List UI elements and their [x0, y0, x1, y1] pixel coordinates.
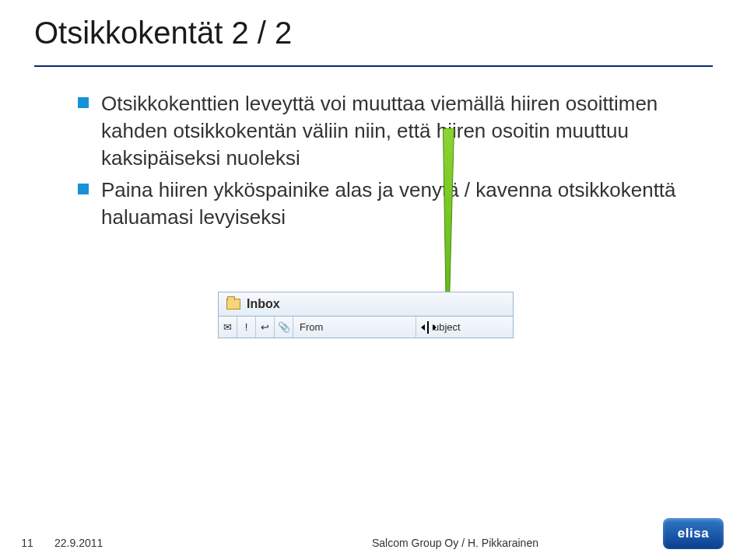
col-attachment-icon[interactable]: 📎 [275, 317, 293, 338]
footer-credits: Salcom Group Oy / H. Pikkarainen [163, 537, 747, 549]
bullet-marker-icon [78, 184, 89, 194]
bullet-item: Otsikkokenttien leveyttä voi muuttaa vie… [78, 90, 685, 172]
bullet-text: Paina hiiren ykköspainike alas ja venytä… [101, 177, 685, 231]
col-subject[interactable]: ubject [416, 317, 513, 338]
inbox-label: Inbox [247, 297, 280, 311]
elisa-logo: elisa [663, 518, 724, 549]
footer: 11 22.9.2011 Salcom Group Oy / H. Pikkar… [0, 537, 747, 549]
col-flag-icon[interactable]: ! [237, 317, 256, 338]
content-area: Otsikkokenttien leveyttä voi muuttaa vie… [78, 90, 685, 236]
slide: Otsikkokentät 2 / 2 Otsikkokenttien leve… [0, 0, 747, 560]
inbox-titlebar: Inbox [218, 292, 514, 317]
footer-date: 22.9.2011 [54, 537, 163, 549]
folder-icon [226, 299, 240, 310]
inbox-screenshot: Inbox ✉ ! ↩ 📎 From ubject [218, 292, 514, 338]
bullet-text: Otsikkokenttien leveyttä voi muuttaa vie… [101, 90, 685, 172]
resize-cursor-icon [423, 321, 435, 334]
col-envelope-icon[interactable]: ✉ [219, 317, 237, 338]
bullet-item: Paina hiiren ykköspainike alas ja venytä… [78, 177, 685, 231]
col-reply-icon[interactable]: ↩ [256, 317, 275, 338]
bullet-marker-icon [78, 97, 89, 108]
slide-title: Otsikkokentät 2 / 2 [34, 16, 292, 51]
col-from[interactable]: From [293, 317, 416, 338]
title-underline [34, 65, 713, 67]
column-headers: ✉ ! ↩ 📎 From ubject [218, 317, 514, 338]
page-number: 11 [0, 537, 54, 549]
